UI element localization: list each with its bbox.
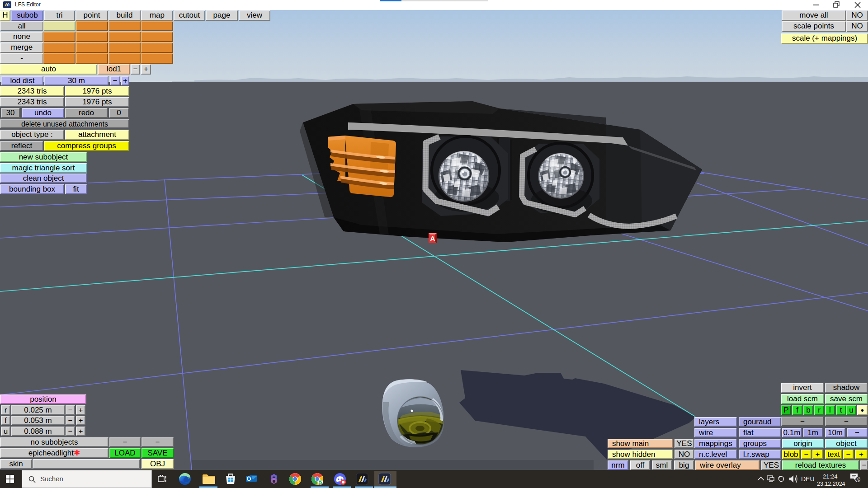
- svg-text:A: A: [430, 235, 435, 242]
- svg-text:DEU: DEU: [801, 475, 815, 483]
- svg-text:3: 3: [856, 478, 859, 482]
- svg-text:21:24: 21:24: [823, 473, 838, 480]
- svg-text:23.12.2024: 23.12.2024: [817, 481, 845, 487]
